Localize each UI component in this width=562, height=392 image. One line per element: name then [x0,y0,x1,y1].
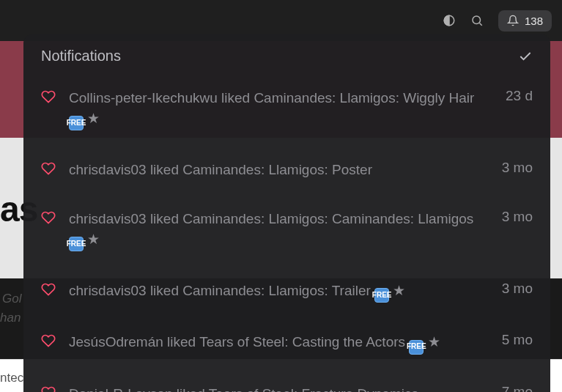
mark-all-read-icon[interactable] [518,49,533,64]
notification-text: Daniel-R-Layson liked Tears of Steel: Fr… [69,384,489,392]
notification-time: 23 d [506,88,533,104]
star-icon: ★ [393,283,405,298]
notifications-panel: Notifications Collins-peter-Ikechukwu li… [23,34,550,392]
free-badge-icon: FREE [409,340,424,355]
notification-time: 3 mo [502,281,533,297]
notif-count: 138 [525,15,543,27]
notification-row[interactable]: JesúsOdremán liked Tears of Steel: Casti… [41,322,533,373]
notification-row[interactable]: Daniel-R-Layson liked Tears of Steel: Fr… [41,374,533,392]
notification-row[interactable]: chrisdavis03 liked Caminandes: Llamigos:… [41,149,533,199]
heart-icon [41,89,56,104]
heart-icon [41,385,56,392]
notification-row[interactable]: Collins-peter-Ikechukwu liked Caminandes… [41,78,533,149]
heart-icon [41,333,56,348]
page-text-fragment: Gol [2,292,21,306]
svg-line-2 [479,23,481,25]
notification-time: 3 mo [502,160,533,176]
bell-icon [507,15,519,26]
notifications-button[interactable]: 138 [498,10,552,32]
page-row-text: ntec [0,371,23,385]
star-icon: ★ [428,334,440,350]
free-badge-icon: FREE [374,288,389,303]
notifications-title: Notifications [41,48,121,64]
heart-icon [41,161,56,176]
notification-time: 5 mo [502,332,533,348]
page-text-fragment: han [0,311,21,325]
svg-point-1 [473,16,481,24]
notification-time: 3 mo [502,209,533,225]
notification-time: 7 mo [502,384,533,392]
notification-text: Collins-peter-Ikechukwu liked Caminandes… [69,88,492,130]
free-badge-icon: FREE [69,116,84,130]
notification-text: chrisdavis03 liked Caminandes: Llamigos:… [69,209,489,251]
notification-text: chrisdavis03 liked Caminandes: Llamigos:… [69,281,489,303]
free-badge-icon: FREE [69,237,84,251]
search-icon[interactable] [470,14,484,27]
notification-text: chrisdavis03 liked Caminandes: Llamigos:… [69,160,489,180]
heart-icon [41,282,56,297]
notifications-list: Collins-peter-Ikechukwu liked Caminandes… [41,78,533,392]
star-icon: ★ [87,111,100,126]
notification-row[interactable]: chrisdavis03 liked Caminandes: Llamigos:… [41,199,533,270]
notification-row[interactable]: chrisdavis03 liked Caminandes: Llamigos:… [41,270,533,322]
theme-toggle-icon[interactable] [443,14,456,27]
star-icon: ★ [87,232,100,247]
heart-icon [41,210,56,225]
notification-text: JesúsOdremán liked Tears of Steel: Casti… [69,332,489,354]
